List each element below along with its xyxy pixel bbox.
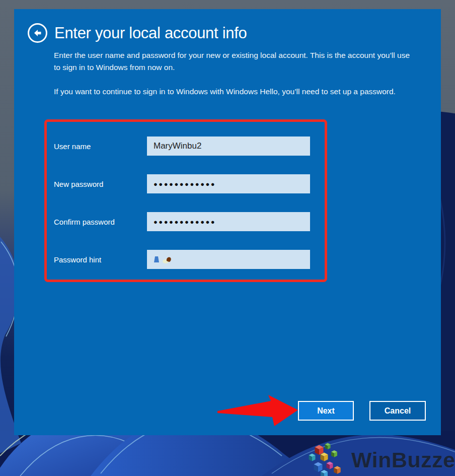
new-password-label: New password <box>54 180 103 188</box>
confirm-password-label: Confirm password <box>54 218 115 226</box>
password-hint-input[interactable] <box>147 250 310 269</box>
back-arrow-icon <box>32 28 43 38</box>
new-password-input[interactable] <box>147 174 310 193</box>
cancel-button[interactable]: Cancel <box>369 401 426 421</box>
username-input[interactable] <box>147 137 310 156</box>
confirm-password-input[interactable] <box>147 212 310 231</box>
username-field-wrap <box>147 137 310 156</box>
description-paragraph-2: If you want to continue to sign in to Wi… <box>54 86 424 98</box>
next-button[interactable]: Next <box>298 401 354 421</box>
password-hint-field-wrap <box>147 250 310 269</box>
description-paragraph-1: Enter the user name and password for you… <box>54 49 412 74</box>
screen: Enter your local account info Enter the … <box>0 0 455 476</box>
new-password-label-row: New password <box>54 174 103 193</box>
new-password-field-wrap <box>147 174 310 193</box>
page-title: Enter your local account info <box>54 24 247 42</box>
local-account-dialog: Enter your local account info Enter the … <box>14 9 441 435</box>
username-label: User name <box>54 142 91 151</box>
username-label-row: User name <box>54 137 91 156</box>
dialog-header: Enter your local account info <box>28 23 247 43</box>
back-button[interactable] <box>28 23 47 43</box>
password-hint-label: Password hint <box>54 255 101 264</box>
confirm-password-label-row: Confirm password <box>54 212 115 231</box>
password-hint-label-row: Password hint <box>54 250 101 269</box>
confirm-password-field-wrap <box>147 212 310 231</box>
